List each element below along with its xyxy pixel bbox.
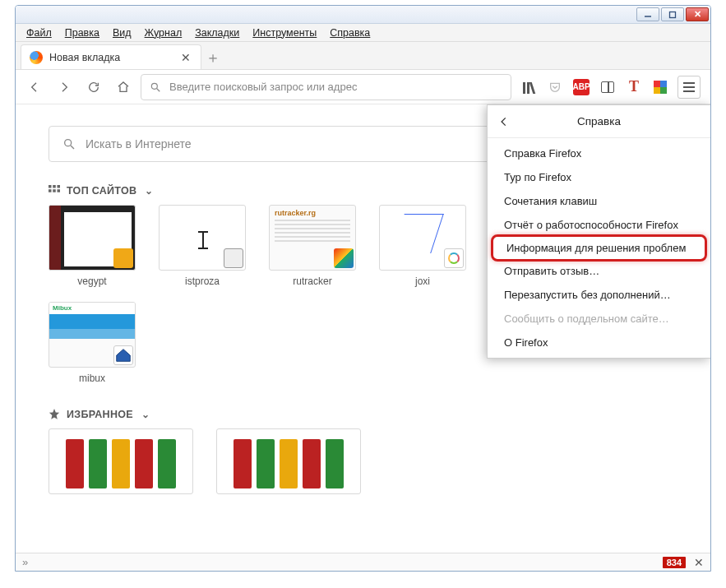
url-placeholder: Введите поисковый запрос или адрес [169,81,357,93]
help-item-health[interactable]: Отчёт о работоспособности Firefox [488,213,710,237]
menu-history[interactable]: Журнал [139,25,188,40]
navigation-toolbar: Введите поисковый запрос или адрес ABP T [16,70,710,104]
svg-rect-11 [58,189,61,192]
menu-edit[interactable]: Правка [59,25,105,40]
window-titlebar: ✕ [16,6,710,24]
maximize-button[interactable] [661,7,684,21]
highlights-header[interactable]: ИЗБРАННОЕ ⌄ [49,409,677,420]
tile-label: istproza [159,275,246,287]
chevron-down-icon: ⌄ [145,185,153,197]
help-item-report-site: Сообщить о поддельном сайте… [488,307,710,331]
tab-new[interactable]: Новая вкладка ✕ [21,44,201,69]
chevron-down-icon: ⌄ [141,409,150,420]
topsites-label: ТОП САЙТОВ [67,185,136,197]
forward-button[interactable] [52,75,76,100]
app-menu-button[interactable] [677,76,701,99]
help-panel-title: Справка [577,115,621,127]
help-panel: Справка Справка Firefox Тур по Firefox С… [487,104,710,359]
toolbar-icons: ABP T [516,76,704,99]
svg-rect-6 [49,185,52,188]
tile-label: vegypt [49,275,136,287]
minimize-button[interactable] [636,7,659,21]
library-button[interactable] [520,78,538,96]
tile-label: joxi [379,275,466,287]
highlight-tile[interactable] [49,428,193,494]
firefox-icon [30,51,43,64]
search-icon [62,137,76,150]
svg-rect-9 [49,189,52,192]
menu-file[interactable]: Файл [21,25,58,40]
color-swatches-button[interactable] [651,78,669,96]
highlights-label: ИЗБРАННОЕ [67,409,133,420]
help-item-tour[interactable]: Тур по Firefox [488,165,710,189]
svg-rect-8 [58,185,61,188]
pocket-button[interactable] [546,78,564,96]
tab-strip: Новая вкладка ✕ ＋ [16,42,710,70]
svg-line-3 [157,88,160,91]
tab-close-icon[interactable]: ✕ [179,51,192,64]
search-placeholder: Искать в Интернете [86,137,192,150]
help-item-feedback[interactable]: Отправить отзыв… [488,259,710,283]
new-tab-button[interactable]: ＋ [201,46,224,69]
url-bar[interactable]: Введите поисковый запрос или адрес [141,74,511,100]
status-expand-icon[interactable]: » [22,556,28,568]
menu-help[interactable]: Справка [324,25,376,40]
svg-point-4 [65,140,72,146]
help-item-firefox-help[interactable]: Справка Firefox [488,141,710,165]
tile-vegypt[interactable]: vegypt [49,205,136,287]
menu-view[interactable]: Вид [107,25,137,40]
tile-istproza[interactable]: istproza [159,205,246,287]
tab-title: Новая вкладка [49,52,173,63]
text-tool-button[interactable]: T [625,78,643,96]
status-bar: » 834 ✕ [16,553,710,571]
help-item-troubleshoot[interactable]: Информация для решения проблем [491,234,707,262]
menu-bookmarks[interactable]: Закладки [189,25,245,40]
help-panel-header: Справка [488,105,710,138]
grid-icon [49,185,60,197]
help-back-button[interactable] [496,113,512,130]
menu-tools[interactable]: Инструменты [247,25,322,40]
svg-line-5 [71,146,74,149]
status-close-icon[interactable]: ✕ [694,556,704,569]
highlight-tile[interactable] [216,428,361,494]
window-controls: ✕ [636,7,709,21]
help-items: Справка Firefox Тур по Firefox Сочетания… [488,138,710,358]
tile-label: mibux [49,373,136,384]
search-icon [150,81,161,93]
help-item-safe-mode[interactable]: Перезапустить без дополнений… [488,283,710,307]
close-button[interactable]: ✕ [686,7,709,21]
browser-window: ✕ Файл Правка Вид Журнал Закладки Инстру… [15,5,711,572]
tile-rutracker[interactable]: rutracker.rg rutracker [269,205,356,287]
status-count-badge: 834 [663,557,686,568]
reload-button[interactable] [81,75,106,100]
back-button[interactable] [22,75,47,100]
help-item-shortcuts[interactable]: Сочетания клавиш [488,189,710,213]
menu-bar: Файл Правка Вид Журнал Закладки Инструме… [16,24,710,42]
adblock-button[interactable]: ABP [572,78,590,96]
svg-rect-7 [53,185,56,188]
home-button[interactable] [111,75,136,100]
reader-button[interactable] [599,78,617,96]
svg-rect-1 [670,12,676,17]
highlights-icon [49,409,60,420]
svg-rect-10 [53,189,56,192]
svg-point-2 [151,83,157,89]
help-item-about[interactable]: О Firefox [488,331,710,354]
tile-label: rutracker [269,275,356,287]
tile-mibux[interactable]: Mibux mibux [49,302,136,384]
tile-joxi[interactable]: joxi [379,205,466,287]
